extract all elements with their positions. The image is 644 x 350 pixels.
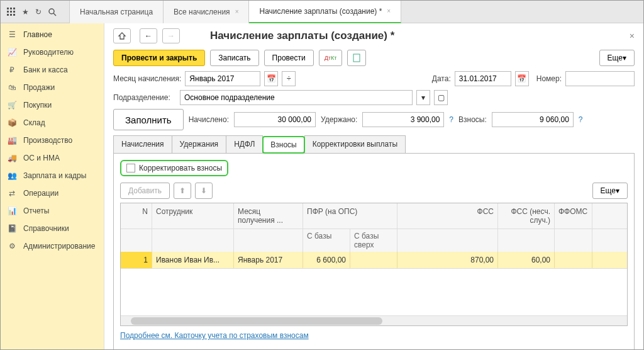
sidebar-hamburger[interactable]: ☰Главное [1, 26, 104, 43]
adjust-contributions-option[interactable]: Корректировать взносы [120, 160, 228, 176]
sidebar-item-operations[interactable]: ⇄Операции [1, 184, 104, 202]
close-icon[interactable]: × [387, 8, 391, 14]
horizontal-scrollbar[interactable] [121, 315, 627, 325]
top-toolbar: ★ ↻ Начальная страница Все начисления× Н… [1, 1, 643, 23]
tab-home[interactable]: Начальная страница [69, 1, 164, 23]
write-button[interactable]: Записать [210, 50, 258, 66]
cell-fss: 870,00 [397, 252, 498, 268]
table-row[interactable]: 1 Иванов Иван Ив... Январь 2017 6 600,00… [121, 252, 627, 268]
sidebar-item-bank[interactable]: ₽Банк и касса [1, 61, 104, 79]
sidebar-item-salary[interactable]: 👥Зарплата и кадры [1, 167, 104, 184]
help-icon[interactable]: ? [579, 115, 583, 124]
col-pfr[interactable]: ПФР (на ОПС) [303, 203, 397, 229]
post-button[interactable]: Провести [264, 50, 314, 66]
svg-rect-1 [10, 8, 12, 9]
col-n[interactable]: N [121, 203, 152, 229]
page-title: Начисление зарплаты (создание) * [210, 30, 394, 42]
close-icon[interactable]: × [630, 31, 635, 41]
tab-all-accruals[interactable]: Все начисления× [164, 1, 249, 23]
fill-button[interactable]: Заполнить [113, 109, 184, 130]
truck-icon: 🚚 [7, 153, 17, 163]
add-button[interactable]: Добавить [120, 183, 170, 199]
table-more-button[interactable]: Еще ▾ [592, 183, 628, 199]
col-month[interactable]: Месяц получения ... [234, 203, 303, 229]
accrued-label: Начислено: [189, 115, 229, 124]
forward-button[interactable]: → [162, 28, 180, 43]
cell-pfr-base: 6 600,00 [303, 252, 350, 268]
svg-rect-11 [353, 54, 360, 62]
month-label: Месяц начисления: [113, 74, 181, 83]
dtkt-button[interactable]: ДтКт [319, 50, 343, 66]
details-link[interactable]: Подробнее см. Карточку учета по страховы… [120, 326, 309, 345]
report-icon: 📊 [7, 206, 17, 216]
back-button[interactable]: ← [140, 28, 157, 43]
home-button[interactable] [113, 28, 131, 43]
people-icon: 👥 [7, 171, 17, 181]
contrib-input[interactable] [492, 112, 574, 127]
dept-input[interactable] [180, 90, 413, 105]
col-pfr-over[interactable]: С базы сверх [350, 229, 397, 252]
help-icon[interactable]: ? [449, 115, 453, 124]
menu-icon: ☰ [7, 30, 17, 40]
sidebar-item-sales[interactable]: 🛍Продажи [1, 79, 104, 96]
contrib-label: Взносы: [458, 115, 487, 124]
sidebar-item-catalogs[interactable]: 📓Справочники [1, 220, 104, 237]
apps-icon[interactable] [7, 8, 16, 16]
star-icon[interactable]: ★ [22, 8, 29, 16]
cell-n: 1 [121, 252, 152, 268]
svg-rect-2 [13, 8, 15, 9]
svg-rect-7 [10, 14, 12, 16]
dept-label: Подразделение: [113, 93, 176, 102]
open-icon[interactable]: ▢ [434, 90, 448, 105]
tab-contributions[interactable]: Взносы [262, 136, 304, 154]
dropdown-icon[interactable]: ▾ [416, 90, 430, 105]
col-fss-accident[interactable]: ФСС (несч. случ.) [498, 203, 555, 229]
sidebar-item-reports[interactable]: 📊Отчеты [1, 202, 104, 220]
date-input[interactable] [455, 71, 511, 86]
gear-icon: ⚙ [7, 241, 17, 251]
col-fss[interactable]: ФСС [397, 203, 498, 229]
swap-icon: ⇄ [7, 188, 17, 198]
date-label: Дата: [432, 74, 451, 83]
post-close-button[interactable]: Провести и закрыть [113, 50, 205, 66]
tab-ndfl[interactable]: НДФЛ [226, 135, 263, 153]
calendar-icon[interactable]: 📅 [515, 71, 529, 86]
ruble-icon: ₽ [7, 65, 17, 75]
sidebar-item-warehouse[interactable]: 📦Склад [1, 114, 104, 132]
move-up-button[interactable]: ⬆ [174, 183, 191, 199]
withheld-input[interactable] [362, 112, 444, 127]
svg-line-10 [53, 13, 56, 16]
svg-rect-0 [7, 8, 9, 9]
close-icon[interactable]: × [235, 8, 239, 15]
number-input[interactable] [565, 71, 635, 86]
book-icon: 📓 [7, 223, 17, 234]
accrued-input[interactable] [234, 112, 316, 127]
sidebar-item-production[interactable]: 🏭Производство [1, 132, 104, 149]
svg-rect-3 [7, 11, 9, 13]
col-employee[interactable]: Сотрудник [152, 203, 234, 229]
move-down-button[interactable]: ⬇ [195, 183, 213, 199]
checkbox-icon[interactable] [126, 164, 135, 172]
col-pfr-base[interactable]: С базы [303, 229, 350, 252]
sidebar-item-admin[interactable]: ⚙Администрирование [1, 237, 104, 255]
main-content: ← → Начисление зарплаты (создание) * × П… [104, 23, 643, 349]
tab-accruals[interactable]: Начисления [113, 135, 172, 153]
month-input[interactable] [185, 71, 260, 86]
more-button[interactable]: Еще ▾ [599, 50, 635, 66]
cell-ffoms [555, 252, 592, 268]
spinner-icon[interactable]: ÷ [282, 71, 296, 86]
history-icon[interactable]: ↻ [35, 8, 42, 16]
col-ffoms[interactable]: ФФОМС [555, 203, 592, 229]
tab-corrections[interactable]: Корректировки выплаты [304, 135, 406, 153]
tab-withholdings[interactable]: Удержания [172, 135, 227, 153]
sidebar-item-purchases[interactable]: 🛒Покупки [1, 96, 104, 114]
chart-icon: 📈 [7, 47, 17, 57]
sidebar-item-manager[interactable]: 📈Руководителю [1, 43, 104, 61]
sidebar-item-assets[interactable]: 🚚ОС и НМА [1, 149, 104, 167]
search-icon[interactable] [48, 8, 57, 16]
document-icon-button[interactable] [347, 50, 366, 66]
tab-salary-create[interactable]: Начисление зарплаты (создание) *× [249, 1, 401, 23]
factory-icon: 🏭 [7, 135, 17, 145]
contributions-grid: N Сотрудник Месяц получения ... ПФР (на … [120, 203, 628, 326]
calendar-icon[interactable]: 📅 [264, 71, 278, 86]
